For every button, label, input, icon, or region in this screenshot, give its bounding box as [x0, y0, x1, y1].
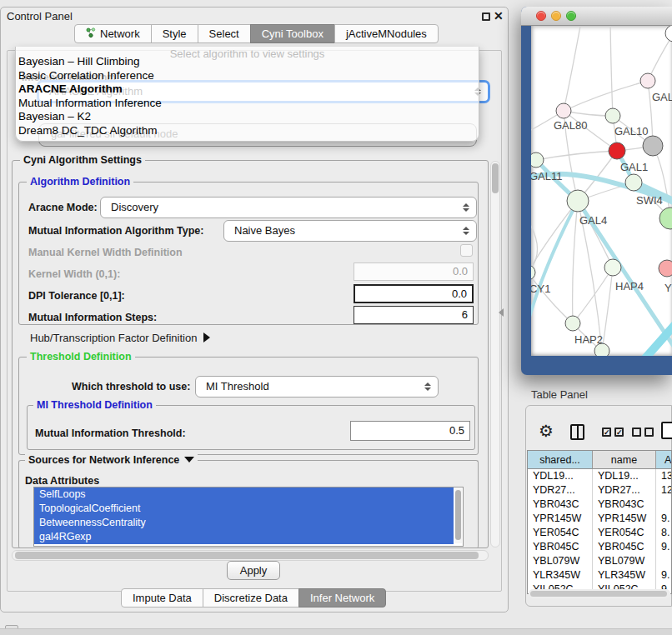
table-row[interactable]: YBR045CYBR045C9.	[528, 540, 672, 554]
network-node[interactable]	[640, 73, 655, 88]
node-label: GAL11	[531, 170, 563, 182]
combo-stepper-icon	[463, 227, 469, 235]
unchecked-columns-icon[interactable]	[644, 428, 654, 437]
sources-group-title[interactable]: Sources for Network Inference	[25, 454, 198, 466]
combo-stepper-icon	[424, 382, 431, 391]
table-cell: 9.	[656, 540, 672, 554]
list-scrollbar-thumb[interactable]	[455, 490, 461, 540]
control-panel-tab-bar: Network Style Select Cyni Toolbox jActiv…	[75, 24, 439, 43]
network-node[interactable]	[604, 259, 621, 276]
network-node[interactable]	[594, 343, 609, 356]
attribute-list-item[interactable]: BetweennessCentrality	[34, 516, 454, 530]
tab-style[interactable]: Style	[151, 24, 198, 43]
network-edge	[573, 201, 578, 323]
table-cell: 9.	[656, 512, 672, 526]
splitter-handle[interactable]	[499, 308, 504, 317]
network-node[interactable]	[556, 103, 571, 118]
network-node[interactable]	[643, 136, 663, 156]
network-node[interactable]	[531, 265, 535, 280]
settings-scrollbar-track[interactable]	[490, 161, 500, 548]
close-icon[interactable]: ✕	[494, 9, 504, 22]
float-window-icon[interactable]	[482, 12, 490, 21]
data-attributes-label: Data Attributes	[25, 475, 99, 487]
network-edge-highlighted	[531, 201, 578, 336]
network-node[interactable]	[609, 142, 625, 159]
network-node[interactable]	[625, 174, 642, 191]
table-cell: YBR045C	[528, 540, 593, 554]
table-row[interactable]: YIL052CYIL052C9.	[528, 582, 672, 589]
mi-type-value: Naive Bayes	[234, 224, 295, 237]
bottom-strip	[0, 628, 672, 635]
tab-cyni-toolbox[interactable]: Cyni Toolbox	[250, 24, 335, 43]
tab-network[interactable]: Network	[74, 24, 152, 43]
algorithm-option[interactable]: Basic Correlation Inference	[18, 69, 154, 82]
gear-icon[interactable]: ⚙	[539, 422, 554, 440]
which-threshold-combobox[interactable]: MI Threshold	[195, 376, 439, 398]
checked-columns-icon[interactable]: ✓	[602, 428, 611, 437]
checked-columns-icon[interactable]: ✓	[614, 428, 624, 437]
network-node[interactable]	[659, 260, 672, 277]
document-icon[interactable]	[661, 422, 672, 439]
split-column-icon[interactable]	[570, 424, 584, 440]
column-header-partial[interactable]: A	[656, 451, 672, 469]
dpi-tolerance-field[interactable]: 0.0	[354, 284, 474, 303]
table-row[interactable]: YLR345WYLR345W9.	[528, 568, 672, 582]
close-traffic-light[interactable]	[536, 11, 546, 21]
algorithm-option[interactable]: ARACNE Algorithm	[18, 82, 123, 95]
column-header-name[interactable]: name	[593, 451, 656, 469]
aracne-mode-label: Aracne Mode:	[28, 202, 98, 213]
unchecked-columns-icon[interactable]	[632, 428, 641, 437]
table-cell: 9.	[656, 568, 672, 582]
table-row[interactable]: YPR145WYPR145W9.	[528, 512, 672, 526]
network-node[interactable]	[531, 152, 544, 168]
attribute-list-item[interactable]: SelfLoops	[34, 488, 454, 502]
minimize-traffic-light[interactable]	[551, 11, 561, 21]
network-node[interactable]	[605, 108, 620, 123]
zoom-traffic-light[interactable]	[566, 11, 576, 21]
table-cell: YIL052C	[593, 582, 656, 589]
table-row[interactable]: YBL079WYBL079W	[528, 554, 672, 568]
node-label: GAL4	[579, 214, 607, 227]
algorithm-option[interactable]: Bayesian – K2	[18, 110, 91, 122]
tab-label: Impute Data	[133, 589, 192, 607]
expander-arrow-icon	[203, 332, 210, 342]
table-cell: YPR145W	[593, 512, 656, 526]
mi-threshold-field[interactable]: 0.5	[350, 421, 470, 441]
network-node[interactable]	[565, 316, 580, 331]
table-row[interactable]: YBR043CYBR043C	[528, 498, 672, 512]
aracne-mode-combobox[interactable]: Discovery	[100, 197, 477, 218]
column-header-shared-name[interactable]: shared...	[528, 451, 593, 469]
table-panel-title: Table Panel	[531, 388, 588, 401]
kernel-width-field[interactable]: 0.0	[354, 262, 474, 281]
tab-impute-data[interactable]: Impute Data	[121, 588, 203, 608]
mi-steps-field[interactable]: 6	[354, 306, 474, 324]
algorithm-option[interactable]: Dream8 DC_TDC Algorithm	[18, 124, 158, 137]
table-row[interactable]: YDL19...YDL19...13	[528, 469, 672, 483]
network-node[interactable]	[567, 190, 589, 212]
table-hscrollbar-thumb[interactable]	[530, 591, 667, 597]
hub-definition-expander[interactable]: Hub/Transcription Factor Definition	[30, 332, 210, 344]
network-canvas[interactable]: GALGAL80GAL10GAL1GAL11SWI4GAL4HAP4YGCY1H…	[531, 26, 672, 356]
table-row[interactable]: YDR27...YDR27...12	[528, 483, 672, 498]
table-row[interactable]: YER054CYER054C8.	[528, 526, 672, 540]
attribute-list-item[interactable]: TopologicalCoefficient	[34, 502, 454, 516]
network-node[interactable]	[665, 26, 672, 42]
screen: Control Panel ✕ Network Style Select Cyn…	[0, 0, 672, 635]
apply-button[interactable]: Apply	[227, 561, 280, 580]
settings-scrollbar-thumb[interactable]	[492, 163, 499, 193]
algorithm-option[interactable]: Mutual Information Inference	[18, 97, 162, 109]
settings-hscrollbar-thumb[interactable]	[15, 552, 479, 559]
manual-kernel-checkbox[interactable]	[460, 244, 473, 257]
network-edge	[648, 33, 672, 81]
attribute-list-item[interactable]: gal4RGexp	[34, 530, 454, 544]
control-panel-title: Control Panel	[7, 10, 73, 22]
list-scrollbar-track[interactable]	[454, 488, 462, 543]
mi-type-combobox[interactable]: Naive Bayes	[223, 220, 477, 242]
tab-infer-network[interactable]: Infer Network	[298, 588, 386, 608]
data-attributes-list[interactable]: SelfLoopsTopologicalCoefficientBetweenne…	[33, 487, 464, 547]
tab-discretize-data[interactable]: Discretize Data	[203, 588, 299, 608]
algorithm-option[interactable]: Bayesian – Hill Climbing	[18, 55, 140, 68]
tab-select[interactable]: Select	[198, 24, 251, 43]
tab-jactivemnodules[interactable]: jActiveMNodules	[334, 24, 439, 43]
network-node[interactable]	[659, 208, 672, 229]
